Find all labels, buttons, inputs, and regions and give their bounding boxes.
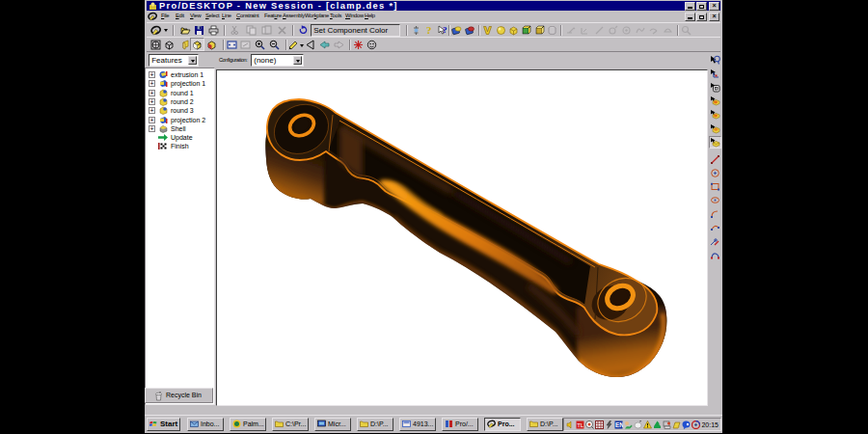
svg-text:?: ? — [443, 25, 448, 35]
svg-text:TL: TL — [577, 422, 584, 428]
svg-text:EN: EN — [615, 421, 623, 428]
svg-text:?: ? — [426, 25, 432, 36]
